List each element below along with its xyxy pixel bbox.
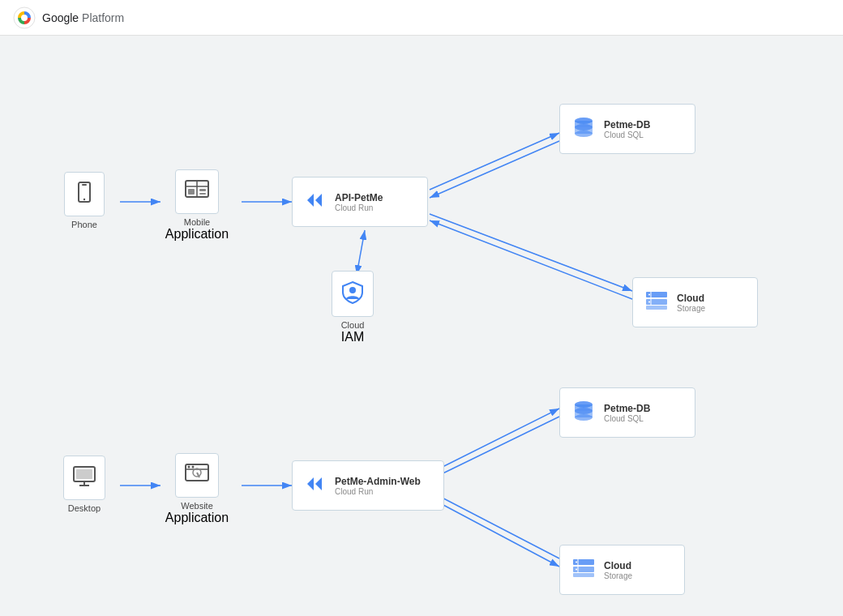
- petme-admin-web-sublabel: Cloud Run: [335, 487, 421, 496]
- cloudstorage-bottom-icon: [571, 558, 596, 582]
- cloud-storage-top-label: Cloud: [677, 293, 705, 304]
- website-app-node: Website Application: [160, 453, 233, 525]
- petme-db-top-node: Petme-DB Cloud SQL: [559, 104, 695, 154]
- cloud-storage-top-node: Cloud Storage: [632, 277, 758, 327]
- svg-marker-51: [315, 477, 322, 490]
- svg-line-14: [430, 498, 559, 567]
- svg-marker-26: [315, 194, 322, 207]
- website-app-label: Website: [181, 501, 213, 511]
- cloud-iam-node: Cloud IAM: [316, 271, 389, 344]
- phone-icon: [64, 172, 105, 216]
- svg-line-12: [430, 409, 559, 473]
- petme-db-bottom-sublabel: Cloud SQL: [604, 414, 650, 423]
- cloud-storage-bottom-label: Cloud: [604, 560, 632, 571]
- svg-line-7: [430, 214, 632, 291]
- cloud-iam-sublabel: IAM: [341, 330, 364, 344]
- petme-admin-web-label: PetMe-Admin-Web: [335, 476, 421, 487]
- header: Google Platform: [0, 0, 843, 36]
- mobile-app-icon: [175, 169, 219, 214]
- svg-rect-17: [82, 184, 87, 186]
- petme-admin-web-node: PetMe-Admin-Web Cloud Run: [292, 460, 444, 511]
- cloud-storage-bottom-text: Cloud Storage: [604, 560, 632, 580]
- cloudrun-bottom-icon: [304, 473, 327, 498]
- petme-db-bottom-node: Petme-DB Cloud SQL: [559, 387, 695, 438]
- cloud-storage-bottom-node: Cloud Storage: [559, 545, 685, 595]
- api-petme-label: API-PetMe: [335, 192, 383, 203]
- petme-admin-web-text: PetMe-Admin-Web Cloud Run: [335, 476, 421, 496]
- svg-line-15: [430, 491, 559, 558]
- svg-rect-43: [76, 469, 92, 479]
- header-title: Google Platform: [42, 11, 124, 24]
- svg-rect-22: [188, 189, 195, 195]
- petme-db-bottom-text: Petme-DB Cloud SQL: [604, 403, 650, 423]
- cloud-storage-top-text: Cloud Storage: [677, 293, 705, 313]
- website-app-sublabel: Application: [165, 511, 229, 525]
- svg-point-56: [575, 414, 593, 421]
- desktop-icon: [63, 456, 105, 500]
- petme-db-top-label: Petme-DB: [604, 119, 650, 130]
- cloudsql-top-icon: [571, 115, 596, 143]
- phone-node: Phone: [55, 172, 113, 229]
- svg-line-6: [430, 141, 559, 198]
- api-petme-node: API-PetMe Cloud Run: [292, 177, 428, 227]
- mobile-app-sublabel: Application: [165, 227, 229, 242]
- petme-db-bottom-label: Petme-DB: [604, 403, 650, 414]
- desktop-label: Desktop: [68, 503, 101, 513]
- svg-line-8: [430, 220, 632, 299]
- cloudsql-bottom-icon: [571, 399, 596, 426]
- cloud-iam-label: Cloud: [341, 320, 365, 330]
- petme-db-top-text: Petme-DB Cloud SQL: [604, 119, 650, 139]
- mobile-app-label: Mobile: [184, 217, 210, 227]
- gcp-logo: Google Platform: [13, 6, 124, 29]
- desktop-node: Desktop: [55, 456, 113, 513]
- svg-point-47: [192, 466, 195, 468]
- svg-marker-25: [307, 194, 314, 207]
- svg-rect-23: [199, 189, 206, 191]
- svg-marker-50: [307, 477, 314, 490]
- svg-point-32: [575, 130, 593, 137]
- svg-rect-24: [199, 193, 206, 195]
- cloud-storage-top-sublabel: Storage: [677, 304, 705, 313]
- website-app-icon: [175, 453, 219, 498]
- api-petme-sublabel: Cloud Run: [335, 203, 383, 212]
- svg-line-9: [357, 230, 365, 275]
- svg-line-5: [430, 133, 559, 190]
- cloud-iam-icon: [332, 271, 374, 317]
- cloudrun-top-icon: [304, 189, 327, 215]
- cloud-storage-bottom-sublabel: Storage: [604, 571, 632, 580]
- header-brand: Google: [42, 11, 79, 24]
- svg-point-0: [14, 7, 35, 28]
- svg-rect-63: [573, 573, 594, 577]
- svg-point-18: [83, 199, 85, 200]
- api-petme-text: API-PetMe Cloud Run: [335, 192, 383, 212]
- svg-point-46: [188, 466, 190, 468]
- petme-db-top-sublabel: Cloud SQL: [604, 130, 650, 139]
- mobile-app-node: Mobile Application: [160, 169, 233, 242]
- gcp-logo-icon: [13, 6, 36, 29]
- diagram: Phone Mobile Application API-Pet: [0, 36, 843, 616]
- svg-line-13: [430, 417, 559, 480]
- svg-rect-39: [646, 306, 667, 310]
- cloudstorage-top-icon: [644, 290, 669, 314]
- phone-label: Phone: [71, 220, 97, 229]
- svg-point-27: [349, 287, 356, 293]
- header-platform: Platform: [82, 11, 124, 24]
